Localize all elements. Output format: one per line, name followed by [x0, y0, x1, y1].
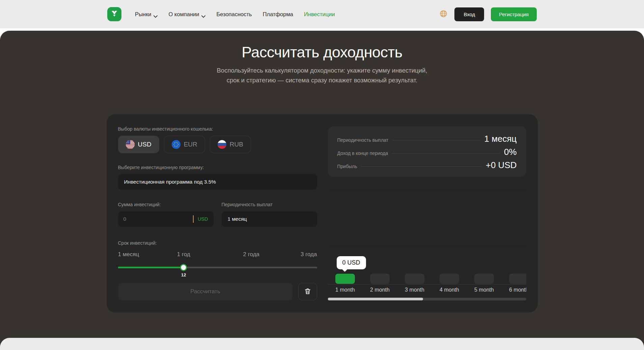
- hero-section: Рассчитать доходность Воспользуйтесь кал…: [0, 31, 644, 350]
- usd-flag-icon: [126, 140, 135, 149]
- result-row-frequency: Периодичность выплат 1 месяц: [337, 134, 517, 143]
- currency-button-rub[interactable]: RUB: [210, 136, 251, 153]
- chart-bar-2[interactable]: [370, 274, 390, 284]
- language-switcher[interactable]: [439, 10, 448, 19]
- term-mark[interactable]: 1 месяц: [118, 251, 139, 258]
- term-mark[interactable]: 1 год: [177, 251, 190, 258]
- nav-item-label: О компании: [168, 11, 199, 18]
- frequency-select[interactable]: 1 месяц: [222, 211, 317, 227]
- register-button[interactable]: Регистрация: [491, 7, 537, 21]
- calculator-form: Выбор валюты инвестиционного кошелька:: [118, 126, 317, 300]
- frequency-label: Периодичность выплат: [222, 202, 317, 207]
- currency-code: RUB: [230, 141, 243, 148]
- calculator-card: Выбор валюты инвестиционного кошелька:: [107, 114, 538, 313]
- slider-thumb[interactable]: [180, 264, 187, 271]
- chart-axis-label: 2 month: [363, 287, 397, 293]
- chart-scrollbar[interactable]: [328, 298, 526, 300]
- nav-item-company[interactable]: О компании: [168, 11, 205, 18]
- results-card: Периодичность выплат 1 месяц Доход в кон…: [328, 126, 526, 177]
- nav-item-label: Инвестиции: [304, 11, 335, 18]
- page-subtitle: Воспользуйтесь калькулятором доходности:…: [0, 66, 644, 85]
- nav-menu: Рынки О компании Безопасность Платформа: [135, 11, 335, 18]
- rub-flag-icon: [218, 140, 226, 149]
- tooltip-pointer: [342, 266, 347, 272]
- page-title: Рассчитать доходность: [0, 44, 644, 61]
- clear-button[interactable]: [298, 283, 317, 300]
- eur-flag-icon: [172, 140, 180, 149]
- login-button[interactable]: Вход: [454, 7, 484, 21]
- nav-item-platform[interactable]: Платформа: [263, 11, 293, 18]
- chart-bar-4[interactable]: [440, 274, 459, 284]
- result-row-income: Доход в конце периода 0%: [337, 147, 517, 156]
- input-caret: [193, 215, 194, 223]
- term-mark[interactable]: 3 года: [301, 251, 317, 258]
- chart-bars: [328, 274, 526, 284]
- chart-tooltip: 0 USD: [337, 256, 366, 269]
- chart-bar-5[interactable]: [474, 274, 494, 284]
- result-value: 1 месяц: [484, 134, 517, 144]
- program-select-label: Выберите инвестиционную программу:: [118, 165, 317, 170]
- result-label: Периодичность выплат: [337, 137, 388, 143]
- currency-button-usd[interactable]: USD: [118, 136, 159, 153]
- chart-axis-label: 1 month: [328, 287, 363, 293]
- navbar: Рынки О компании Безопасность Платформа: [0, 0, 644, 28]
- program-select[interactable]: Инвестиционная программа под 3.5%: [118, 174, 317, 190]
- globe-icon: [439, 9, 448, 19]
- frequency-select-value: 1 месяц: [228, 216, 247, 222]
- term-value: 12: [181, 272, 186, 277]
- footer-band: [0, 338, 644, 350]
- chart-bar-1[interactable]: [335, 274, 355, 284]
- result-label: Доход в конце периода: [337, 151, 388, 156]
- nav-item-label: Рынки: [135, 11, 151, 18]
- nav-item-label: Платформа: [263, 11, 293, 18]
- program-select-value: Инвестиционная программа под 3.5%: [124, 179, 216, 185]
- dotted-leader: [361, 166, 482, 167]
- chart-axis-label: 4 month: [432, 287, 467, 293]
- trash-icon: [304, 288, 311, 296]
- currency-code: USD: [138, 141, 151, 148]
- term-marks: 1 месяц 1 год 2 года 3 года: [118, 251, 317, 259]
- nav-item-markets[interactable]: Рынки: [135, 11, 158, 18]
- chart-tooltip-text: 0 USD: [342, 259, 360, 266]
- amount-input[interactable]: [123, 216, 189, 222]
- nav-item-label: Безопасность: [216, 11, 252, 18]
- chart-bar-3[interactable]: [405, 274, 424, 284]
- result-value: +0 USD: [486, 160, 517, 170]
- currency-button-eur[interactable]: EUR: [164, 136, 205, 153]
- chart-scrollbar-thumb[interactable]: [328, 298, 423, 300]
- currency-code: EUR: [184, 141, 197, 148]
- result-row-profit: Прибыль +0 USD: [337, 160, 517, 169]
- sprout-arrows-logo-icon: [110, 9, 119, 19]
- amount-field: USD: [118, 211, 214, 227]
- slider-fill: [118, 267, 184, 268]
- chart-axis-labels: 1 month 2 month 3 month 4 month 5 month …: [328, 284, 526, 293]
- amount-currency-suffix: USD: [198, 216, 208, 222]
- calculate-button[interactable]: Рассчитать: [118, 283, 293, 300]
- page: Рынки О компании Безопасность Платформа: [0, 0, 644, 350]
- nav-item-security[interactable]: Безопасность: [216, 11, 252, 18]
- chevron-down-icon: [153, 13, 158, 16]
- results-panel: Периодичность выплат 1 месяц Доход в кон…: [328, 126, 526, 300]
- chart-axis-label: 3 month: [397, 287, 432, 293]
- result-label: Прибыль: [337, 164, 357, 169]
- term-mark[interactable]: 2 года: [243, 251, 259, 258]
- currency-buttons: USD: [118, 136, 317, 153]
- chevron-down-icon: [201, 13, 205, 16]
- chart-axis-label: 6 month: [502, 287, 526, 293]
- chart-bar-6[interactable]: [509, 274, 526, 284]
- dotted-leader: [392, 153, 500, 154]
- term-label: Срок инвестиций:: [118, 240, 317, 246]
- divider: [328, 246, 526, 246]
- term-slider[interactable]: [118, 264, 317, 271]
- payout-chart: 0 USD 1 month 2 month 3 month: [328, 256, 526, 300]
- currency-select-label: Выбор валюты инвестиционного кошелька:: [118, 126, 317, 132]
- dotted-leader: [392, 140, 480, 140]
- chart-axis-label: 5 month: [467, 287, 502, 293]
- amount-label: Сумма инвестиций:: [118, 202, 214, 207]
- brand-logo[interactable]: [107, 7, 121, 21]
- result-value: 0%: [504, 147, 517, 157]
- nav-item-investments[interactable]: Инвестиции: [304, 11, 335, 18]
